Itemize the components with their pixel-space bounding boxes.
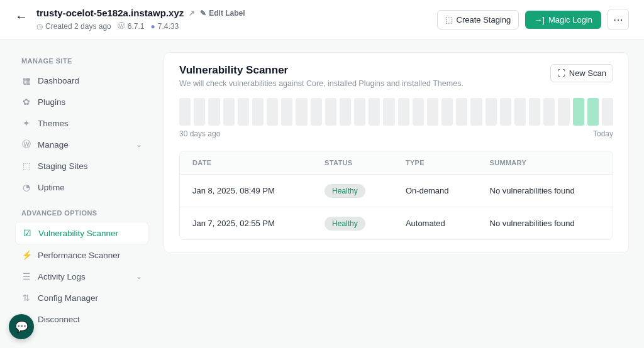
- activity-bar: [311, 98, 322, 126]
- wordpress-icon: Ⓦ: [118, 21, 125, 31]
- cell-type: Automated: [393, 207, 477, 240]
- activity-bar: [252, 98, 264, 126]
- activity-bar: [558, 98, 569, 126]
- site-title-row: trusty-ocelot-5e182a.instawp.xyz ↗ ✎ Edi…: [36, 8, 245, 18]
- sidebar-icon: ✿: [21, 97, 31, 107]
- col-date: DATE: [180, 151, 312, 175]
- activity-bar: [179, 98, 191, 126]
- col-status: STATUS: [312, 151, 393, 175]
- activity-bar: [354, 98, 365, 126]
- sidebar-item-themes[interactable]: ✦Themes: [15, 112, 148, 134]
- sidebar-heading-manage: MANAGE SITE: [15, 52, 148, 70]
- topbar-right: ⬚ Create Staging →] Magic Login ⋯: [437, 9, 629, 30]
- create-staging-label: Create Staging: [457, 15, 511, 24]
- sidebar-item-manage[interactable]: ⓌManage⌄: [15, 134, 148, 155]
- sidebar: MANAGE SITE ▦Dashboard✿Plugins✦ThemesⓌMa…: [15, 52, 148, 330]
- chevron-down-icon: ⌄: [136, 272, 142, 281]
- sidebar-item-label: Plugins: [38, 97, 65, 107]
- cell-status: Healthy: [312, 207, 393, 240]
- magic-login-button[interactable]: →] Magic Login: [525, 11, 601, 29]
- sidebar-icon: ⚡: [21, 250, 31, 260]
- back-arrow-icon[interactable]: ←: [15, 8, 28, 23]
- activity-bar: [514, 98, 526, 126]
- activity-bar: [529, 98, 540, 126]
- chat-fab[interactable]: 💬: [9, 314, 34, 339]
- sidebar-item-label: Staging Sites: [38, 161, 88, 171]
- chevron-down-icon: ⌄: [136, 140, 142, 149]
- sidebar-heading-advanced: ADVANCED OPTIONS: [15, 204, 148, 222]
- wp-version: 6.7.1: [128, 22, 145, 31]
- sidebar-item-disconnect[interactable]: ⤫Disconnect: [15, 308, 148, 330]
- layout: MANAGE SITE ▦Dashboard✿Plugins✦ThemesⓌMa…: [0, 40, 644, 348]
- cell-date: Jan 8, 2025, 08:49 PM: [180, 175, 312, 207]
- sidebar-icon: ☑: [22, 228, 32, 238]
- sidebar-item-plugins[interactable]: ✿Plugins: [15, 91, 148, 112]
- sidebar-item-dashboard[interactable]: ▦Dashboard: [15, 70, 148, 91]
- content: Vulnerability Scanner We will check vuln…: [164, 52, 629, 330]
- sidebar-item-label: Vulnerability Scanner: [38, 229, 118, 238]
- status-badge: Healthy: [325, 217, 365, 231]
- col-summary: SUMMARY: [477, 151, 613, 175]
- sidebar-item-staging-sites[interactable]: ⬚Staging Sites: [15, 155, 148, 177]
- range-right-label: Today: [593, 129, 613, 138]
- cell-status: Healthy: [312, 175, 393, 207]
- sidebar-item-vulnerability-scanner[interactable]: ☑Vulnerability Scanner: [15, 222, 148, 244]
- card-titles: Vulnerability Scanner We will check vuln…: [179, 64, 464, 88]
- edit-label-button[interactable]: ✎ Edit Label: [200, 9, 245, 18]
- external-link-icon[interactable]: ↗: [189, 9, 195, 18]
- php-icon: ●: [150, 22, 155, 31]
- scan-table-element: DATE STATUS TYPE SUMMARY Jan 8, 2025, 08…: [180, 151, 613, 239]
- sidebar-item-label: Config Manager: [38, 293, 98, 303]
- activity-bar: [267, 98, 278, 126]
- table-row[interactable]: Jan 7, 2025, 02:55 PMHealthyAutomatedNo …: [180, 207, 613, 240]
- activity-bar: [456, 98, 467, 126]
- magic-login-label: Magic Login: [548, 15, 592, 24]
- sidebar-item-label: Themes: [38, 119, 69, 128]
- activity-bar: [441, 98, 453, 126]
- activity-bar: [543, 98, 555, 126]
- activity-bar: [500, 98, 511, 126]
- edit-label-text: Edit Label: [209, 9, 245, 18]
- activity-bar: [340, 98, 351, 126]
- activity-bar: [194, 98, 205, 126]
- activity-bar: [486, 98, 497, 126]
- dots-icon: ⋯: [613, 14, 623, 26]
- scan-table: DATE STATUS TYPE SUMMARY Jan 8, 2025, 08…: [179, 151, 613, 240]
- sidebar-item-label: Performance Scanner: [38, 251, 120, 260]
- sidebar-icon: Ⓦ: [21, 139, 31, 150]
- created-text: Created 2 days ago: [45, 22, 111, 31]
- php-version: 7.4.33: [158, 22, 179, 31]
- cell-summary: No vulnerabilities found: [477, 175, 613, 207]
- activity-bars: [179, 98, 613, 126]
- sidebar-icon: ▦: [21, 75, 31, 85]
- more-menu-button[interactable]: ⋯: [608, 9, 629, 30]
- site-info: trusty-ocelot-5e182a.instawp.xyz ↗ ✎ Edi…: [36, 8, 245, 31]
- status-badge: Healthy: [325, 184, 365, 198]
- topbar-left: ← trusty-ocelot-5e182a.instawp.xyz ↗ ✎ E…: [15, 8, 245, 31]
- sidebar-item-performance-scanner[interactable]: ⚡Performance Scanner: [15, 244, 148, 266]
- sidebar-item-config-manager[interactable]: ⇅Config Manager: [15, 287, 148, 308]
- activity-bar: [325, 98, 336, 126]
- scanner-card: Vulnerability Scanner We will check vuln…: [164, 52, 629, 253]
- activity-bar: [281, 98, 292, 126]
- new-scan-button[interactable]: ⛶ New Scan: [550, 64, 613, 82]
- create-staging-button[interactable]: ⬚ Create Staging: [437, 10, 519, 30]
- cell-summary: No vulnerabilities found: [477, 207, 613, 240]
- site-title: trusty-ocelot-5e182a.instawp.xyz: [36, 8, 184, 18]
- col-type: TYPE: [393, 151, 477, 175]
- activity-bar: [587, 98, 599, 126]
- sidebar-item-label: Dashboard: [38, 76, 79, 85]
- sidebar-icon: ☰: [21, 271, 31, 281]
- activity-bar: [573, 98, 584, 126]
- table-row[interactable]: Jan 8, 2025, 08:49 PMHealthyOn-demandNo …: [180, 175, 613, 207]
- new-scan-label: New Scan: [569, 68, 606, 78]
- sidebar-item-activity-logs[interactable]: ☰Activity Logs⌄: [15, 266, 148, 287]
- cell-date: Jan 7, 2025, 02:55 PM: [180, 207, 312, 240]
- activity-bar: [427, 98, 438, 126]
- cell-type: On-demand: [393, 175, 477, 207]
- sidebar-item-uptime[interactable]: ◔Uptime: [15, 177, 148, 198]
- pencil-icon: ✎: [200, 9, 206, 18]
- login-arrow-icon: →]: [534, 15, 545, 24]
- range-left-label: 30 days ago: [179, 129, 220, 138]
- sidebar-icon: ⇅: [21, 293, 31, 303]
